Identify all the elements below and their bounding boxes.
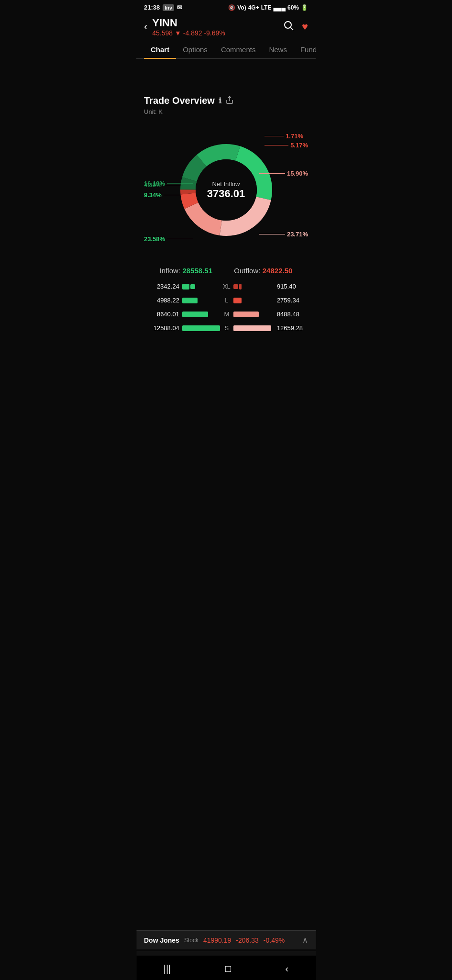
price-value: 45.598	[152, 29, 173, 37]
inflow-bar-xl	[182, 284, 220, 290]
header: ‹ YINN 45.598 ▼ -4.892 -9.69% ♥	[136, 13, 316, 41]
email-icon: ✉	[177, 4, 182, 11]
donut-center: Net Inflow 3736.01	[207, 180, 245, 200]
outflow-s: 12659.28	[277, 324, 304, 332]
signal-icon: Vo)	[237, 4, 246, 11]
label-right-2: 23.71%	[287, 231, 308, 238]
mute-icon: 🔇	[228, 4, 235, 11]
outflow-header: Outflow: 24822.50	[234, 267, 292, 275]
size-label-s: S	[223, 324, 231, 332]
tab-news[interactable]: News	[262, 41, 294, 58]
tabs-bar: Chart Options Comments News Fund	[136, 41, 316, 59]
status-left: 21:38 Inv ✉	[144, 4, 182, 11]
inflow-s: 12588.04	[148, 324, 179, 332]
price-arrow: ▼	[175, 29, 181, 37]
inflow-bar-m	[182, 312, 220, 317]
trade-overview-section: Trade Overview ℹ Unit: K 4.39% 9.34%	[136, 88, 316, 332]
outflow-bar-xl	[233, 284, 271, 290]
net-inflow-value: 3736.01	[207, 188, 245, 200]
label-top-right-1: 1.71%	[286, 133, 303, 140]
ticker-name: YINN	[152, 17, 225, 29]
tab-comments[interactable]: Comments	[214, 41, 263, 58]
inflow-xl: 2342.24	[148, 283, 179, 290]
inv-badge: Inv	[163, 4, 174, 11]
network-icon: 4G+	[248, 4, 259, 11]
donut-chart-container: 4.39% 9.34% 16.19% 23.58%	[144, 123, 308, 257]
outflow-xl: 915.40	[277, 283, 304, 290]
chart-area	[136, 59, 316, 88]
share-icon[interactable]	[225, 96, 234, 106]
info-icon[interactable]: ℹ	[219, 96, 221, 105]
trade-overview-title: Trade Overview	[144, 95, 215, 106]
ticker-info: YINN 45.598 ▼ -4.892 -9.69%	[152, 17, 225, 37]
battery-level: 60%	[287, 4, 299, 11]
inflow-bar-s	[182, 325, 220, 331]
price-change-pct: -9.69%	[204, 29, 225, 37]
flow-row-m: 8640.01 M 8488.48	[148, 311, 304, 318]
ticker-price: 45.598 ▼ -4.892 -9.69%	[152, 29, 225, 37]
outflow-total: 24822.50	[263, 267, 293, 275]
label-top-right-2: 5.17%	[290, 142, 308, 149]
price-change: -4.892	[183, 29, 202, 37]
size-label-l: L	[223, 297, 231, 304]
battery-icon: 🔋	[301, 4, 308, 11]
flow-header: Inflow: 28558.51 Outflow: 24822.50	[144, 267, 308, 275]
header-left: ‹ YINN 45.598 ▼ -4.892 -9.69%	[144, 17, 225, 37]
inflow-bar-l	[182, 298, 220, 303]
bars-icon: ▄▄▄	[273, 4, 286, 11]
svg-point-0	[285, 22, 291, 28]
size-label-xl: XL	[223, 283, 231, 290]
size-label-m: M	[223, 311, 231, 318]
outflow-bar-m	[233, 312, 271, 317]
back-button[interactable]: ‹	[144, 21, 147, 33]
status-time: 21:38	[144, 4, 160, 11]
tab-chart[interactable]: Chart	[144, 41, 176, 58]
flow-row-s: 12588.04 S 12659.28	[148, 324, 304, 332]
outflow-l: 2759.34	[277, 297, 304, 304]
net-inflow-label: Net Inflow	[207, 180, 245, 188]
tab-options[interactable]: Options	[176, 41, 214, 58]
label-top-left-1: 9.34%	[144, 191, 162, 199]
flow-row-xl: 2342.24 XL 915.40	[148, 283, 304, 290]
tab-fund[interactable]: Fund	[294, 41, 316, 58]
outflow-m: 8488.48	[277, 311, 304, 318]
flow-row-l: 4988.22 L 2759.34	[148, 297, 304, 304]
label-bottom-left: 23.58%	[144, 235, 165, 243]
inflow-header: Inflow: 28558.51	[160, 267, 212, 275]
svg-line-1	[290, 28, 293, 31]
outflow-bar-l	[233, 298, 271, 303]
outflow-bar-s	[233, 325, 271, 331]
status-bar: 21:38 Inv ✉ 🔇 Vo) 4G+ LTE ▄▄▄ 60% 🔋	[136, 0, 316, 13]
unit-label: Unit: K	[144, 108, 308, 115]
lte-icon: LTE	[261, 4, 272, 11]
flow-bars: 2342.24 XL 915.40 4988.22 L 2759.34	[144, 283, 308, 332]
label-right-1: 15.90%	[287, 170, 308, 177]
inflow-total: 28558.51	[182, 267, 212, 275]
search-button[interactable]	[283, 20, 294, 34]
favorite-button[interactable]: ♥	[302, 21, 308, 33]
label-left: 16.19%	[144, 180, 165, 187]
status-right: 🔇 Vo) 4G+ LTE ▄▄▄ 60% 🔋	[228, 4, 308, 11]
section-title: Trade Overview ℹ	[144, 95, 308, 106]
inflow-l: 4988.22	[148, 297, 179, 304]
inflow-m: 8640.01	[148, 311, 179, 318]
header-right: ♥	[283, 20, 308, 34]
